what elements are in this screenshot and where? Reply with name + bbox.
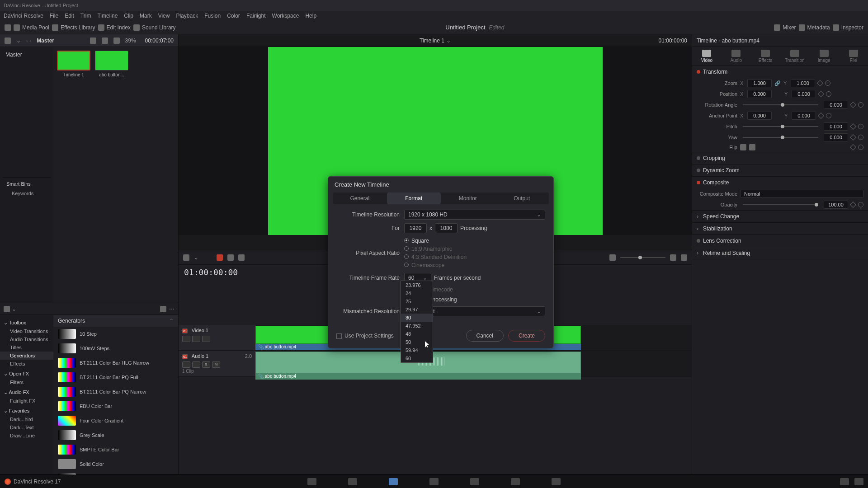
menu-item[interactable]: View [158, 13, 170, 19]
fx-tree-node[interactable]: Fairlight FX [0, 397, 53, 405]
section-composite[interactable]: Composite [692, 177, 868, 188]
view-list-icon[interactable] [102, 38, 108, 44]
reset-icon[interactable] [826, 91, 831, 97]
anchor-x-field[interactable]: 0.000 [747, 112, 772, 120]
rotation-field[interactable]: 0.000 [824, 101, 848, 109]
mixer-button[interactable]: Mixer [774, 24, 796, 31]
reset-icon[interactable] [858, 202, 863, 207]
layout-toggle-icon[interactable] [5, 38, 11, 44]
fx-item[interactable]: Window [53, 471, 178, 474]
cancel-button[interactable]: Cancel [466, 330, 504, 342]
width-field[interactable]: 1920 [404, 223, 427, 233]
par-radio[interactable]: 4:3 Standard Definition [404, 253, 545, 261]
section-speed-change[interactable]: ›Speed Change [692, 211, 868, 222]
fx-item[interactable]: BT.2111 Color Bar PQ Narrow [53, 385, 178, 399]
framerate-option[interactable]: 60 [401, 354, 433, 362]
fx-tree-node[interactable]: Effects [0, 360, 53, 368]
yaw-field[interactable]: 0.000 [824, 133, 848, 141]
framerate-option[interactable]: 59.94 [401, 346, 433, 354]
framerate-option[interactable]: 24 [401, 289, 433, 297]
arm-icon[interactable] [192, 361, 200, 368]
effects-library-button[interactable]: Effects Library [52, 24, 95, 31]
deliver-page-icon[interactable] [552, 478, 561, 485]
keyframe-icon[interactable] [850, 202, 856, 208]
fx-tree-node[interactable]: Dark...Text [0, 423, 53, 432]
menu-item[interactable]: Fusion [204, 13, 221, 19]
rotation-slider[interactable] [743, 104, 818, 105]
section-retime[interactable]: ›Retime and Scaling [692, 247, 868, 259]
home-icon[interactable] [840, 478, 849, 485]
pitch-field[interactable]: 0.000 [824, 122, 848, 131]
reset-icon[interactable] [858, 145, 863, 150]
sound-library-button[interactable]: Sound Library [133, 24, 176, 31]
inspector-tab[interactable]: Video [696, 50, 717, 63]
section-lens-correction[interactable]: Lens Correction [692, 235, 868, 247]
trim-tool-icon[interactable] [227, 254, 234, 261]
fx-item[interactable]: Grey Scale [53, 428, 178, 442]
reset-icon[interactable] [858, 135, 863, 140]
media-pool-button[interactable]: Media Pool [14, 24, 49, 31]
fx-item[interactable]: SMPTE Color Bar [53, 442, 178, 457]
menu-item[interactable]: Help [305, 13, 316, 19]
menu-item[interactable]: Workspace [272, 13, 299, 19]
fx-item[interactable]: 10 Step [53, 327, 178, 341]
fx-item[interactable]: BT.2111 Color Bar PQ Full [53, 370, 178, 385]
metadata-button[interactable]: Metadata [799, 24, 830, 31]
section-transform[interactable]: Transform [692, 66, 868, 78]
clip-thumb[interactable]: abo button... [95, 51, 128, 77]
menu-item[interactable]: Playback [176, 13, 198, 19]
pos-y-field[interactable]: 0.000 [792, 90, 816, 98]
menu-item[interactable]: Clip [124, 13, 133, 19]
menu-item[interactable]: DaVinci Resolve [4, 13, 43, 19]
layout-icon[interactable] [5, 24, 11, 31]
fx-tree-node[interactable]: Filters [0, 378, 53, 386]
par-radio[interactable]: Square [404, 237, 545, 245]
fx-tree-node[interactable]: ⌄ Toolbox [0, 319, 53, 327]
fx-tree-node[interactable]: ⌄ Open FX [0, 370, 53, 378]
fx-tree-node[interactable]: Generators [0, 352, 53, 360]
dialog-tab[interactable]: General [333, 192, 387, 204]
reset-icon[interactable] [858, 102, 863, 108]
blade-tool-icon[interactable] [238, 254, 245, 261]
tl-view-icon[interactable] [183, 254, 189, 261]
fx-tree-node[interactable]: Audio Transitions [0, 335, 53, 343]
framerate-option[interactable]: 47.952 [401, 322, 433, 330]
resolution-select[interactable]: 868 x 488 HD [404, 210, 545, 220]
fusion-page-icon[interactable] [429, 478, 439, 485]
auto-select-icon[interactable] [192, 336, 200, 342]
fx-tree-node[interactable]: Draw...Line [0, 432, 53, 440]
edit-page-icon[interactable] [389, 478, 398, 485]
pos-x-field[interactable]: 0.000 [747, 90, 772, 98]
viewer-timeline-name[interactable]: Timeline 1 [420, 38, 444, 44]
reset-icon[interactable] [826, 113, 831, 118]
bin-master[interactable]: Master [3, 50, 51, 60]
fx-layout-icon[interactable] [4, 306, 10, 312]
lock-icon[interactable] [182, 361, 190, 368]
height-field[interactable]: 1080 [435, 223, 458, 233]
volume-icon[interactable] [681, 254, 687, 261]
zoom-in-icon[interactable] [670, 254, 676, 261]
menu-item[interactable]: Mark [140, 13, 152, 19]
fx-tree-node[interactable]: Video Transitions [0, 327, 53, 335]
inspector-tab[interactable]: Audio [725, 50, 747, 63]
edit-index-button[interactable]: Edit Index [98, 24, 131, 31]
framerate-option[interactable]: 50 [401, 338, 433, 346]
solo-button[interactable]: S [202, 361, 210, 368]
dialog-tab[interactable]: Format [387, 192, 441, 204]
inspector-tab[interactable]: File [843, 50, 864, 63]
menu-item[interactable]: Fairlight [246, 13, 266, 19]
keyframe-icon[interactable] [818, 113, 824, 119]
clip-thumb[interactable]: Timeline 1 [57, 51, 90, 77]
pointer-tool-icon[interactable] [217, 254, 223, 261]
menu-item[interactable]: Trim [80, 13, 91, 19]
fx-tree-node[interactable]: ⌄ Audio FX [0, 388, 53, 397]
flip-h-icon[interactable] [740, 144, 746, 150]
fx-tree-node[interactable]: ⌄ Favorites [0, 407, 53, 415]
fx-item[interactable]: Solid Color [53, 457, 178, 471]
framerate-option[interactable]: 30 [401, 314, 433, 322]
reset-icon[interactable] [858, 124, 863, 129]
create-button[interactable]: Create [508, 330, 545, 342]
view-grid-icon[interactable] [90, 38, 96, 44]
color-page-icon[interactable] [470, 478, 479, 485]
section-stabilization[interactable]: ›Stabilization [692, 223, 868, 235]
